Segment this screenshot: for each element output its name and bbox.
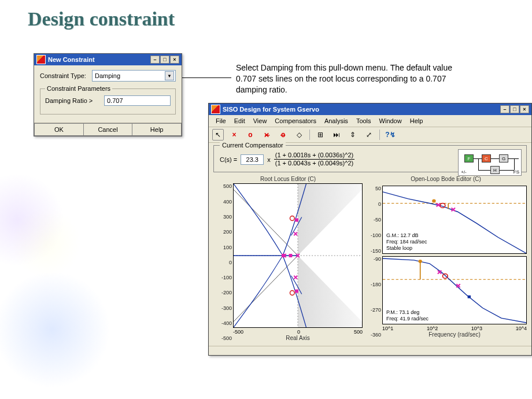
menu-file[interactable]: File bbox=[212, 116, 230, 125]
svg-rect-23 bbox=[468, 295, 471, 298]
close-button[interactable]: × bbox=[170, 56, 179, 64]
grid-icon[interactable]: ⊞ bbox=[315, 129, 326, 141]
ok-button[interactable]: OK bbox=[34, 123, 84, 136]
bode-title: Open-Loop Bode Editor (C) bbox=[365, 176, 527, 182]
svg-rect-12 bbox=[295, 219, 298, 222]
chevron-down-icon: ▼ bbox=[165, 71, 174, 80]
eraser-icon[interactable]: ◇ bbox=[293, 129, 305, 141]
compensator-gain-input[interactable]: 23.3 bbox=[241, 154, 264, 165]
toolbar: ↖ × o ×̶ o̶ ◇ ⊞ ⏭ ⇕ ⤢ ?↯ bbox=[209, 127, 531, 143]
menu-edit[interactable]: Edit bbox=[231, 116, 249, 125]
bode-xticks: 10^1 10^2 10^3 10^4 bbox=[382, 326, 527, 331]
current-compensator-panel: Current Compensator C(s) = 23.3 x (1 + 0… bbox=[213, 145, 527, 172]
menu-tools[interactable]: Tools bbox=[353, 116, 375, 125]
phase-margin-annotation: P.M.: 73.1 deg Freq: 41.9 rad/sec bbox=[386, 309, 428, 322]
skip-end-icon[interactable]: ⏭ bbox=[331, 129, 342, 141]
toolbar-divider bbox=[379, 130, 380, 140]
matlab-icon bbox=[211, 105, 220, 114]
constraint-type-dropdown[interactable]: Damping ▼ bbox=[92, 70, 176, 82]
svg-point-17 bbox=[432, 200, 435, 203]
matlab-icon bbox=[36, 55, 46, 64]
siso-design-window: SISO Design for System Gservo – □ × File… bbox=[208, 103, 532, 356]
bode-xlabel: Frequency (rad/sec) bbox=[382, 331, 527, 338]
menu-compensators[interactable]: Compensators bbox=[271, 116, 320, 125]
siso-titlebar[interactable]: SISO Design for System Gservo – □ × bbox=[209, 104, 531, 115]
pointer-tool-icon[interactable]: ↖ bbox=[212, 129, 224, 141]
whatsthis-icon[interactable]: ?↯ bbox=[385, 129, 396, 141]
menubar: File Edit View Compensators Analysis Too… bbox=[209, 115, 531, 127]
bode-magnitude-plot[interactable]: G.M.: 12.7 dB Freq: 184 rad/sec Stable l… bbox=[382, 186, 527, 254]
menu-analysis[interactable]: Analysis bbox=[321, 116, 352, 125]
gain-margin-annotation: G.M.: 12.7 dB Freq: 184 rad/sec Stable l… bbox=[386, 232, 427, 251]
block-C[interactable]: C bbox=[482, 154, 491, 162]
delete-zero-icon[interactable]: o̶ bbox=[277, 129, 289, 141]
rootlocus-xlabel: Real Axis bbox=[233, 335, 363, 341]
add-zero-icon[interactable]: o bbox=[245, 129, 256, 141]
rootlocus-plot[interactable] bbox=[233, 183, 363, 328]
zoom-y-icon[interactable]: ⇕ bbox=[347, 129, 359, 141]
block-diagram[interactable]: F C G H +/- FS bbox=[458, 149, 522, 176]
statusbar bbox=[209, 346, 531, 355]
block-G[interactable]: G bbox=[499, 154, 508, 162]
siso-title: SISO Design for System Gservo bbox=[223, 106, 500, 113]
bode-phase-plot[interactable]: P.M.: 73.1 deg Freq: 41.9 rad/sec bbox=[382, 256, 527, 324]
rootlocus-title: Root Locus Editor (C) bbox=[213, 176, 363, 182]
pm-toggle[interactable]: +/- bbox=[461, 169, 467, 175]
menu-view[interactable]: View bbox=[250, 116, 271, 125]
svg-rect-11 bbox=[289, 254, 293, 257]
constraint-parameters-legend: Constraint Parameters bbox=[45, 85, 112, 92]
dialog-title: New Constraint bbox=[48, 56, 150, 63]
rootlocus-xticks: -500 0 500 bbox=[233, 329, 363, 335]
constraint-type-label: Constraint Type: bbox=[40, 72, 92, 79]
slide-title: Design constraint bbox=[28, 8, 175, 30]
block-H[interactable]: H bbox=[490, 166, 500, 174]
delete-pole-icon[interactable]: ×̶ bbox=[261, 129, 272, 141]
cancel-button[interactable]: Cancel bbox=[84, 123, 133, 136]
times-label: x bbox=[267, 156, 271, 163]
transfer-function: (1 + 0.0018s + (0.0036s)^2) (1 + 0.0043s… bbox=[274, 152, 354, 167]
bode-mag-yticks: 50 0 -50 -100 -150 bbox=[365, 186, 381, 254]
svg-marker-2 bbox=[234, 184, 298, 256]
damping-ratio-input[interactable]: 0.707 bbox=[104, 95, 171, 106]
svg-point-20 bbox=[443, 274, 448, 279]
maximize-button[interactable]: □ bbox=[160, 56, 169, 64]
tf-numerator: (1 + 0.0018s + (0.0036s)^2) bbox=[274, 152, 354, 160]
toolbar-divider bbox=[309, 130, 310, 140]
svg-rect-13 bbox=[295, 290, 298, 293]
block-F[interactable]: F bbox=[464, 154, 474, 162]
constraint-parameters-group: Constraint Parameters Damping Ratio > 0.… bbox=[40, 85, 176, 114]
minimize-button[interactable]: – bbox=[150, 56, 160, 64]
damping-ratio-label: Damping Ratio > bbox=[45, 97, 104, 104]
minimize-button[interactable]: – bbox=[500, 105, 509, 113]
svg-marker-1 bbox=[298, 256, 362, 327]
pointer-line bbox=[174, 77, 231, 78]
dialog-titlebar[interactable]: New Constraint – □ × bbox=[34, 54, 182, 65]
fs-toggle[interactable]: FS bbox=[513, 169, 519, 175]
menu-window[interactable]: Window bbox=[376, 116, 405, 125]
callout-text: Select Damping from this pull-down menu.… bbox=[236, 62, 467, 95]
svg-marker-0 bbox=[298, 184, 362, 256]
maximize-button[interactable]: □ bbox=[510, 105, 519, 113]
damping-ratio-value: 0.707 bbox=[107, 97, 123, 104]
svg-point-10 bbox=[290, 291, 294, 295]
zoom-all-icon[interactable]: ⤢ bbox=[363, 129, 375, 141]
new-constraint-dialog: New Constraint – □ × Constraint Type: Da… bbox=[34, 53, 182, 136]
add-pole-icon[interactable]: × bbox=[228, 129, 240, 141]
svg-rect-14 bbox=[282, 254, 285, 257]
current-compensator-legend: Current Compensator bbox=[220, 142, 286, 149]
svg-line-6 bbox=[234, 256, 298, 322]
menu-help[interactable]: Help bbox=[407, 116, 427, 125]
help-button[interactable]: Help bbox=[132, 123, 182, 136]
rootlocus-yticks: 500 400 300 200 100 0 -100 -200 -300 -40… bbox=[215, 183, 232, 341]
close-button[interactable]: × bbox=[520, 105, 529, 113]
constraint-type-value: Damping bbox=[95, 72, 120, 79]
cs-label: C(s) = bbox=[220, 156, 237, 163]
tf-denominator: (1 + 0.0043s + (0.0049s)^2) bbox=[274, 160, 354, 167]
bode-ph-yticks: -90 -180 -270 -360 bbox=[365, 256, 381, 338]
